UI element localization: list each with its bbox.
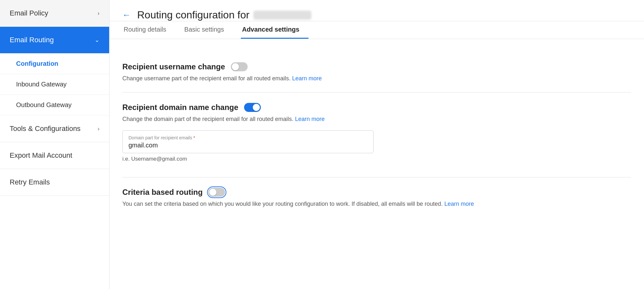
sidebar-item-email-policy[interactable]: Email Policy ›: [0, 0, 109, 27]
toggle-criteria-routing[interactable]: [208, 188, 225, 197]
domain-input-group: Domain part for recipient emails * gmail…: [122, 130, 631, 162]
sidebar-item-email-policy-chevron: ›: [98, 10, 99, 17]
main-header: ← Routing configuration for: [109, 0, 644, 21]
sidebar-item-tools-configurations[interactable]: Tools & Configurations ›: [0, 115, 109, 142]
tab-advanced-settings[interactable]: Advanced settings: [241, 21, 308, 39]
sidebar-item-email-routing-label: Email Routing: [10, 36, 54, 44]
section-recipient-username-change: Recipient username change Change usernam…: [122, 52, 631, 93]
domain-input-example: i.e. Username@gmail.com: [122, 156, 631, 162]
sidebar-item-export-mail-label: Export Mail Account: [10, 151, 72, 160]
toggle-recipient-domain[interactable]: [244, 103, 261, 112]
toggle-recipient-domain-slider: [244, 103, 261, 112]
back-button[interactable]: ←: [122, 10, 131, 20]
page-title: Routing configuration for: [137, 9, 311, 21]
section-title-criteria-routing: Criteria based routing: [122, 188, 203, 197]
sidebar-item-email-routing-chevron: ⌄: [95, 36, 99, 44]
domain-input-wrapper[interactable]: Domain part for recipient emails * gmail…: [122, 130, 374, 153]
section-criteria-routing: Criteria based routing You can set the c…: [122, 177, 631, 218]
section-desc-criteria-routing: You can set the criteria based on which …: [122, 201, 631, 207]
learn-more-recipient-username[interactable]: Learn more: [292, 75, 322, 82]
sidebar-item-email-policy-label: Email Policy: [10, 9, 48, 17]
section-title-recipient-username: Recipient username change: [122, 62, 225, 71]
domain-input-label: Domain part for recipient emails *: [128, 135, 367, 140]
sidebar-item-tools-chevron: ›: [98, 125, 99, 132]
sidebar-sub-item-inbound-gateway[interactable]: Inbound Gateway: [0, 74, 109, 95]
toggle-recipient-username[interactable]: [231, 62, 248, 71]
sidebar-item-email-routing[interactable]: Email Routing ⌄: [0, 27, 109, 54]
toggle-criteria-routing-slider: [208, 188, 225, 197]
main-content: ← Routing configuration for Routing deta…: [109, 0, 644, 289]
sidebar-item-tools-configurations-label: Tools & Configurations: [10, 125, 80, 133]
toggle-recipient-username-slider: [231, 62, 248, 71]
learn-more-recipient-domain[interactable]: Learn more: [295, 116, 325, 122]
sidebar-item-export-mail-account[interactable]: Export Mail Account: [0, 142, 109, 169]
tab-routing-details[interactable]: Routing details: [122, 21, 175, 39]
learn-more-criteria-routing[interactable]: Learn more: [444, 201, 474, 207]
blurred-domain: [253, 11, 311, 20]
section-recipient-domain-change: Recipient domain name change Change the …: [122, 93, 631, 177]
section-desc-recipient-domain: Change the domain part of the recipient …: [122, 116, 631, 123]
sidebar: Email Policy › Email Routing ⌄ Configura…: [0, 0, 109, 289]
content-area: Recipient username change Change usernam…: [109, 39, 644, 289]
required-marker: *: [194, 135, 195, 140]
sidebar-sub-item-outbound-gateway[interactable]: Outbound Gateway: [0, 95, 109, 115]
sidebar-sub-item-configuration[interactable]: Configuration: [0, 54, 109, 74]
section-title-recipient-domain: Recipient domain name change: [122, 103, 238, 112]
section-desc-recipient-username: Change username part of the recipient em…: [122, 75, 631, 82]
tab-basic-settings[interactable]: Basic settings: [183, 21, 233, 39]
sidebar-item-retry-emails-label: Retry Emails: [10, 178, 50, 186]
domain-input-value[interactable]: gmail.com: [128, 142, 367, 149]
sidebar-item-retry-emails[interactable]: Retry Emails: [0, 169, 109, 196]
